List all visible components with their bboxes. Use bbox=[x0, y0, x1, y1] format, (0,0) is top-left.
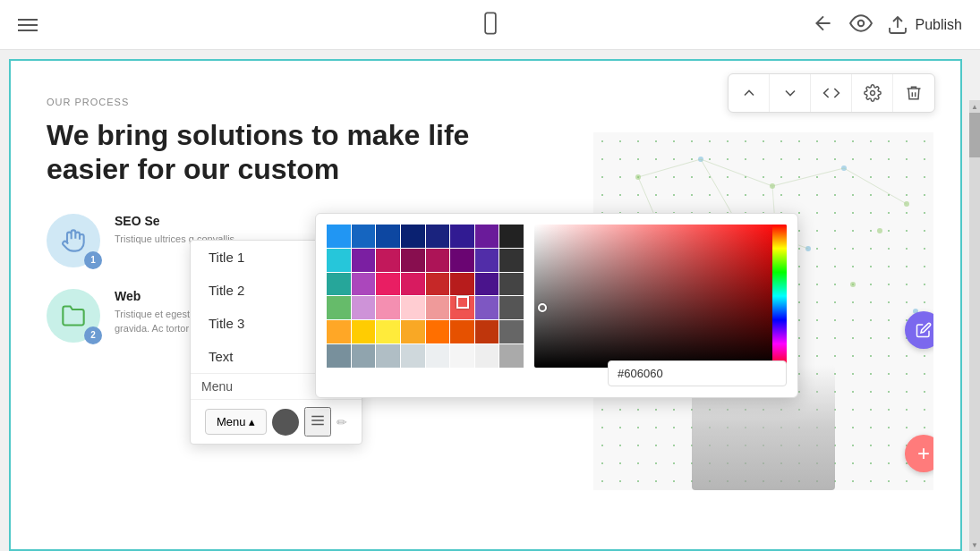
swatch-cell[interactable] bbox=[327, 296, 351, 319]
back-arrow-button[interactable] bbox=[812, 12, 835, 38]
svg-line-21 bbox=[772, 168, 844, 186]
svg-line-20 bbox=[701, 159, 772, 186]
swatch-cell[interactable] bbox=[376, 273, 400, 296]
move-down-button[interactable] bbox=[770, 74, 811, 112]
swatch-cell[interactable] bbox=[401, 273, 425, 296]
swatch-cell[interactable] bbox=[352, 344, 376, 368]
swatch-cell[interactable] bbox=[327, 344, 351, 368]
context-menu-footer: Menu ▴ ✏ bbox=[191, 399, 362, 444]
swatch-cell[interactable] bbox=[327, 320, 351, 343]
canvas-area: OUR PROCESS We bring solutions to make l… bbox=[0, 50, 980, 551]
service-badge-1: 1 bbox=[84, 251, 102, 269]
swatch-cell[interactable] bbox=[450, 320, 474, 343]
swatch-cell[interactable] bbox=[376, 249, 400, 272]
swatch-cell[interactable] bbox=[499, 225, 524, 248]
swatch-cell[interactable] bbox=[450, 249, 474, 272]
delete-button[interactable] bbox=[893, 74, 934, 112]
code-button[interactable] bbox=[811, 74, 852, 112]
move-up-button[interactable] bbox=[729, 74, 770, 112]
topbar-left bbox=[18, 19, 38, 31]
swatch-selected-indicator bbox=[456, 296, 469, 309]
menu-dropdown-label: Menu ▴ bbox=[217, 415, 255, 428]
swatch-cell[interactable] bbox=[352, 225, 376, 248]
swatch-cell[interactable] bbox=[499, 344, 524, 368]
publish-label: Publish bbox=[916, 17, 962, 33]
swatch-cell[interactable] bbox=[376, 296, 400, 319]
swatch-cell[interactable] bbox=[426, 344, 450, 368]
service-title-1: SEO Se bbox=[115, 214, 234, 228]
svg-point-2 bbox=[857, 20, 864, 26]
hex-input[interactable] bbox=[608, 360, 787, 386]
swatch-cell[interactable] bbox=[376, 225, 400, 248]
folder-icon bbox=[61, 303, 86, 328]
main-area: OUR PROCESS We bring solutions to make l… bbox=[0, 50, 980, 551]
swatch-cell[interactable] bbox=[352, 320, 376, 343]
swatch-cell[interactable] bbox=[426, 320, 450, 343]
swatch-cell[interactable] bbox=[401, 344, 425, 368]
svg-point-17 bbox=[850, 282, 856, 287]
swatch-cell[interactable] bbox=[401, 225, 425, 248]
swatch-cell[interactable] bbox=[475, 225, 499, 248]
svg-point-13 bbox=[877, 228, 882, 233]
scroll-down-arrow[interactable]: ▼ bbox=[969, 538, 980, 551]
swatch-cell[interactable] bbox=[327, 225, 351, 248]
canvas-border: OUR PROCESS We bring solutions to make l… bbox=[9, 59, 962, 551]
svg-line-19 bbox=[638, 159, 701, 177]
add-icon: + bbox=[917, 443, 930, 464]
picker-cursor bbox=[538, 303, 547, 312]
hex-input-container bbox=[608, 353, 787, 386]
menu-dropdown-button[interactable]: Menu ▴ bbox=[205, 409, 267, 435]
swatch-cell[interactable] bbox=[426, 273, 450, 296]
swatch-cell[interactable] bbox=[376, 344, 400, 368]
swatch-cell[interactable] bbox=[376, 320, 400, 343]
swatch-grid-container bbox=[327, 225, 524, 368]
swatch-cell[interactable] bbox=[450, 273, 474, 296]
color-picker-popup: Less < bbox=[315, 213, 798, 398]
settings-button[interactable] bbox=[852, 74, 893, 112]
svg-rect-0 bbox=[485, 13, 496, 33]
swatch-cell[interactable] bbox=[327, 249, 351, 272]
topbar-center bbox=[478, 11, 503, 39]
swatch-cell[interactable] bbox=[475, 273, 499, 296]
swatch-cell[interactable] bbox=[352, 273, 376, 296]
swatch-grid[interactable] bbox=[327, 225, 524, 368]
swatch-cell[interactable] bbox=[475, 320, 499, 343]
dark-gradient bbox=[534, 225, 787, 368]
swatch-cell[interactable] bbox=[426, 296, 450, 319]
swatch-cell[interactable] bbox=[499, 273, 524, 296]
edit-pencil-icon: ✏ bbox=[337, 415, 347, 429]
swatch-cell[interactable] bbox=[426, 249, 450, 272]
rainbow-bar[interactable] bbox=[772, 225, 787, 368]
swatch-cell[interactable] bbox=[450, 225, 474, 248]
swatch-cell[interactable] bbox=[475, 249, 499, 272]
publish-button[interactable]: Publish bbox=[887, 14, 962, 36]
scroll-up-arrow[interactable]: ▲ bbox=[969, 100, 980, 113]
color-circle-button[interactable] bbox=[272, 409, 299, 436]
swatch-cell[interactable] bbox=[450, 344, 474, 368]
swatch-cell[interactable] bbox=[475, 344, 499, 368]
floating-toolbar bbox=[728, 73, 935, 113]
swatch-cell[interactable] bbox=[499, 249, 524, 272]
preview-button[interactable] bbox=[849, 12, 873, 38]
swatch-cell[interactable] bbox=[327, 273, 351, 296]
swatch-cell[interactable] bbox=[352, 296, 376, 319]
topbar-right: Publish bbox=[812, 12, 962, 38]
swatch-cell[interactable] bbox=[352, 249, 376, 272]
service-badge-2: 2 bbox=[84, 326, 102, 344]
color-picker-inner bbox=[327, 225, 787, 368]
service-icon-1: 1 bbox=[47, 214, 100, 267]
scroll-area bbox=[969, 113, 980, 538]
publish-upload-icon bbox=[887, 14, 908, 36]
swatch-cell[interactable] bbox=[499, 320, 524, 343]
swatch-cell[interactable] bbox=[401, 320, 425, 343]
swatch-cell[interactable] bbox=[499, 296, 524, 319]
swatch-cell[interactable] bbox=[475, 296, 499, 319]
swatch-cell[interactable] bbox=[401, 296, 425, 319]
swatch-cell[interactable] bbox=[426, 225, 450, 248]
phone-device-icon[interactable] bbox=[478, 11, 503, 39]
scroll-thumb[interactable] bbox=[969, 113, 980, 157]
hamburger-menu-button[interactable] bbox=[18, 19, 38, 31]
swatch-cell[interactable] bbox=[401, 249, 425, 272]
align-button[interactable] bbox=[304, 407, 331, 437]
gradient-picker[interactable] bbox=[534, 225, 787, 368]
